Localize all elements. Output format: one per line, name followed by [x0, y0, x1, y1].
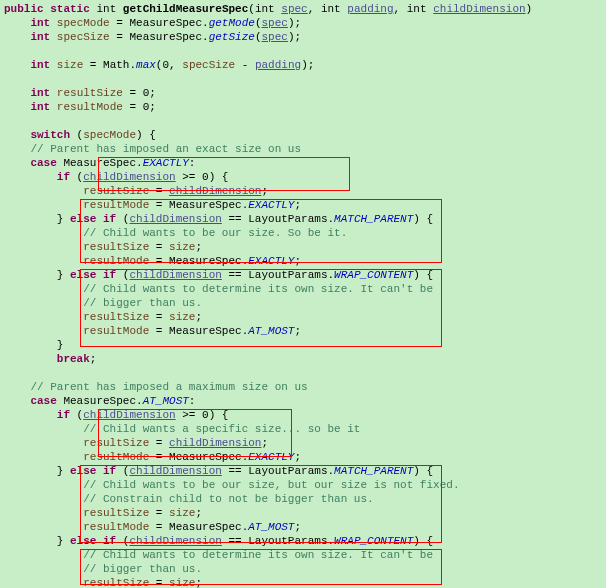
kw-public-static: public static	[4, 3, 90, 15]
comment: // Parent has imposed an exact size on u…	[30, 143, 301, 155]
code-block: public static int getChildMeasureSpec(in…	[0, 0, 606, 588]
method-name: getChildMeasureSpec	[123, 3, 248, 15]
